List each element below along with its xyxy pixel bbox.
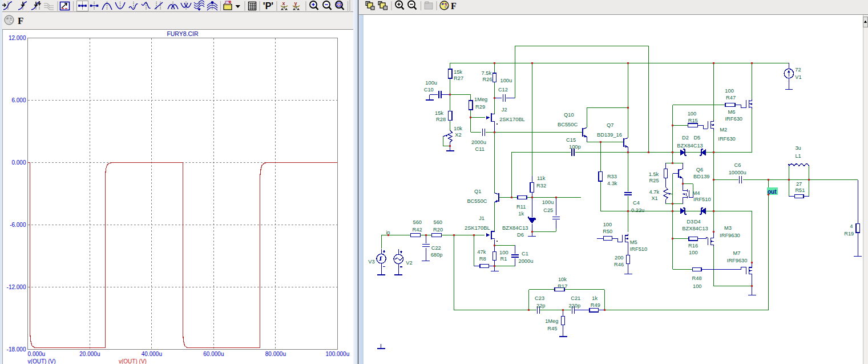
svg-text:R27: R27 — [454, 75, 463, 81]
svg-text:4: 4 — [850, 223, 853, 229]
svg-text:M2: M2 — [720, 127, 727, 133]
svg-text:R50: R50 — [603, 229, 612, 234]
svg-text:R42: R42 — [413, 227, 422, 233]
svg-text:IRF630: IRF630 — [718, 136, 736, 142]
svg-text:M5: M5 — [630, 239, 637, 245]
svg-text:D3: D3 — [687, 219, 693, 225]
svg-text:1Meg: 1Meg — [545, 318, 558, 324]
svg-text:100: 100 — [693, 283, 702, 289]
svg-text:Q1: Q1 — [474, 189, 481, 194]
svg-text:X1: X1 — [651, 195, 657, 201]
svg-text:2000u: 2000u — [471, 139, 486, 145]
svg-text:R46: R46 — [614, 262, 624, 267]
svg-text:D6: D6 — [517, 232, 524, 238]
svg-text:100u: 100u — [425, 80, 437, 86]
svg-text:1k: 1k — [592, 295, 597, 301]
svg-text:C6: C6 — [734, 162, 741, 168]
svg-text:2000u: 2000u — [519, 258, 534, 264]
svg-text:R17: R17 — [558, 283, 567, 289]
svg-text:BD139: BD139 — [693, 174, 709, 179]
svg-text:C22: C22 — [431, 245, 441, 251]
svg-text:C25: C25 — [543, 207, 553, 213]
svg-text:C21: C21 — [571, 295, 580, 301]
svg-text:100p: 100p — [569, 144, 581, 150]
svg-text:C10: C10 — [424, 87, 434, 93]
svg-text:4.3k: 4.3k — [607, 181, 617, 186]
svg-text:IRF630: IRF630 — [725, 116, 743, 122]
svg-text:IRF510: IRF510 — [630, 246, 648, 252]
svg-text:R47: R47 — [726, 95, 736, 101]
svg-text:M3: M3 — [724, 225, 732, 231]
svg-text:Q7: Q7 — [607, 122, 613, 128]
svg-text:D2: D2 — [682, 135, 689, 141]
svg-text:R8: R8 — [479, 256, 486, 262]
svg-text:680p: 680p — [431, 252, 443, 258]
svg-text:27: 27 — [796, 181, 802, 187]
svg-text:7.5k: 7.5k — [482, 70, 492, 76]
svg-text:D5: D5 — [693, 135, 700, 141]
svg-text:BZX84C13: BZX84C13 — [677, 143, 703, 149]
svg-text:22p: 22p — [536, 303, 546, 309]
svg-text:47k: 47k — [477, 249, 486, 255]
svg-text:100: 100 — [499, 250, 508, 255]
svg-text:100u: 100u — [542, 199, 554, 205]
svg-text:BC550C: BC550C — [558, 122, 578, 127]
svg-text:M7: M7 — [733, 250, 741, 256]
svg-text:0.22u: 0.22u — [631, 207, 644, 213]
svg-text:10k: 10k — [558, 277, 567, 282]
svg-text:D4: D4 — [694, 219, 701, 225]
svg-text:V1: V1 — [795, 74, 801, 80]
svg-text:200: 200 — [615, 255, 624, 261]
svg-text:R11: R11 — [516, 204, 526, 210]
svg-text:R19: R19 — [844, 231, 854, 237]
svg-text:J1: J1 — [479, 215, 485, 221]
svg-text:C11: C11 — [475, 146, 485, 152]
svg-text:R29: R29 — [475, 104, 485, 110]
svg-text:IRF510: IRF510 — [693, 197, 711, 202]
svg-text:100: 100 — [689, 250, 698, 255]
svg-text:R32: R32 — [536, 183, 546, 189]
svg-text:R15: R15 — [688, 118, 698, 123]
svg-text:R48: R48 — [692, 275, 702, 281]
svg-text:Q10: Q10 — [564, 112, 574, 118]
svg-text:R33: R33 — [607, 174, 617, 179]
svg-text:C12: C12 — [498, 87, 508, 93]
svg-text:C4: C4 — [633, 200, 640, 206]
svg-text:in: in — [386, 230, 390, 235]
svg-text:J2: J2 — [502, 107, 507, 113]
svg-text:IRF9630: IRF9630 — [727, 258, 748, 263]
svg-text:11k: 11k — [537, 175, 546, 181]
svg-text:Q6: Q6 — [696, 167, 703, 173]
svg-text:R28: R28 — [436, 117, 446, 122]
svg-text:4.7k: 4.7k — [649, 189, 660, 195]
svg-text:L1: L1 — [795, 153, 801, 159]
svg-text:1.5k: 1.5k — [649, 171, 659, 177]
svg-text:15k: 15k — [454, 69, 462, 75]
svg-text:100: 100 — [688, 111, 697, 117]
svg-text:V2: V2 — [406, 260, 412, 266]
svg-text:BZX84C13: BZX84C13 — [682, 226, 708, 231]
svg-text:M4: M4 — [693, 190, 700, 196]
svg-text:15k: 15k — [435, 110, 443, 116]
svg-text:72: 72 — [795, 67, 801, 73]
svg-text:560: 560 — [434, 219, 443, 225]
svg-text:BZX84C13: BZX84C13 — [502, 225, 528, 231]
svg-text:R51: R51 — [795, 187, 805, 193]
svg-text:3u: 3u — [795, 145, 801, 151]
svg-text:R20: R20 — [433, 227, 443, 233]
svg-text:X2: X2 — [455, 132, 461, 138]
svg-text:100: 100 — [725, 88, 734, 94]
svg-text:C1: C1 — [522, 251, 528, 257]
svg-text:2SK170BL: 2SK170BL — [465, 225, 490, 231]
svg-text:100: 100 — [603, 222, 612, 227]
svg-text:100u: 100u — [500, 78, 512, 83]
svg-text:M6: M6 — [728, 109, 736, 115]
svg-text:220p: 220p — [568, 303, 580, 309]
svg-text:R49: R49 — [591, 302, 600, 308]
svg-text:1Meg: 1Meg — [474, 97, 487, 102]
svg-text:BC550C: BC550C — [467, 198, 487, 204]
svg-text:10k: 10k — [454, 126, 462, 131]
svg-text:R1: R1 — [500, 256, 507, 262]
svg-text:R16: R16 — [688, 243, 698, 249]
svg-text:C15: C15 — [566, 137, 576, 143]
